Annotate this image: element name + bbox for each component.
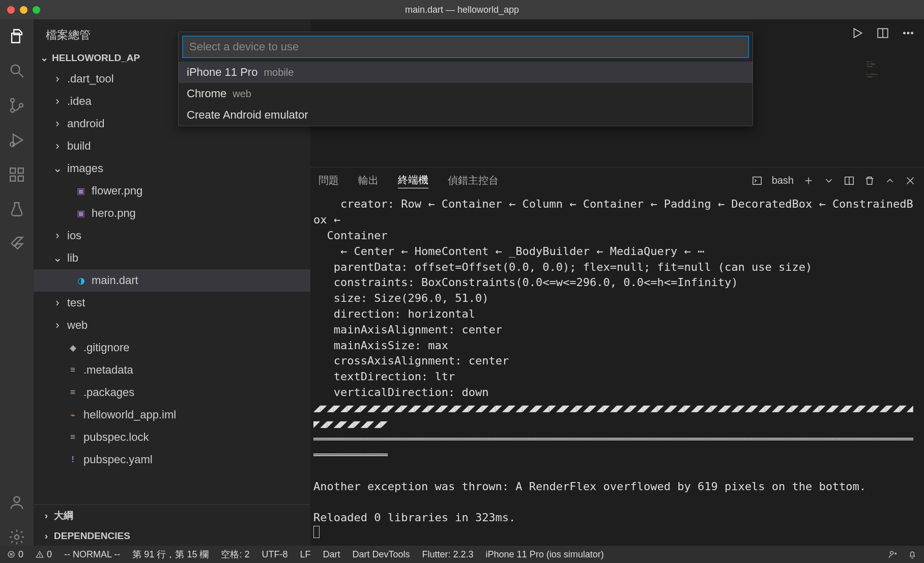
terminal-output[interactable]: creator: Row ← Container ← Column ← Cont…	[310, 193, 924, 546]
svg-point-11	[14, 497, 19, 502]
chevron-right-icon: ›	[53, 319, 62, 332]
file-row[interactable]: ⌁helloworld_app.iml	[34, 404, 310, 426]
device-option-hint: web	[233, 88, 251, 100]
dependencies-section[interactable]: › DEPENDENCIES	[34, 526, 310, 546]
file-icon: ▣	[75, 208, 86, 219]
window-controls	[7, 6, 40, 14]
folder-row[interactable]: ›build	[34, 135, 310, 157]
chevron-right-icon: ›	[53, 117, 62, 130]
window-title: main.dart — helloworld_app	[405, 5, 519, 15]
settings-gear-icon[interactable]	[8, 528, 25, 546]
chevron-up-icon[interactable]	[884, 175, 896, 186]
tree-item-label: .idea	[67, 95, 92, 108]
explorer-icon[interactable]	[8, 27, 25, 45]
file-row[interactable]: ▣flower.png	[34, 180, 310, 202]
svg-line-1	[19, 73, 23, 77]
tree-item-label: android	[67, 117, 104, 130]
svg-rect-9	[18, 176, 23, 181]
tree-item-label: web	[67, 319, 88, 332]
status-errors[interactable]: 0	[7, 549, 23, 560]
tab-output[interactable]: 輸出	[358, 174, 379, 187]
device-option[interactable]: Chromeweb	[179, 83, 753, 104]
file-row[interactable]: ≡.packages	[34, 381, 310, 404]
status-eol[interactable]: LF	[300, 549, 310, 560]
file-icon: ⌁	[67, 409, 78, 420]
run-debug-icon[interactable]	[8, 131, 25, 149]
status-cursor-position[interactable]: 第 91 行，第 15 欄	[132, 548, 209, 560]
file-icon: ▣	[75, 185, 86, 196]
flutter-icon[interactable]	[8, 235, 25, 252]
close-icon[interactable]	[905, 175, 916, 186]
trash-icon[interactable]	[864, 175, 875, 186]
file-icon: ≡	[67, 432, 78, 443]
status-warnings[interactable]: 0	[36, 549, 52, 560]
file-row[interactable]: !pubspec.yaml	[34, 448, 310, 471]
file-row[interactable]: ◆.gitignore	[34, 336, 310, 359]
chevron-right-icon: ›	[53, 139, 62, 153]
search-icon[interactable]	[8, 62, 25, 79]
terminal-shell-icon[interactable]	[752, 175, 763, 186]
tab-problems[interactable]: 問題	[319, 174, 339, 187]
account-icon[interactable]	[8, 494, 25, 511]
file-icon: !	[67, 454, 78, 465]
minimize-window-button[interactable]	[20, 6, 27, 14]
shell-name[interactable]: bash	[772, 175, 794, 186]
folder-row[interactable]: ›ios	[34, 224, 310, 247]
file-row[interactable]: ▣hero.png	[34, 202, 310, 224]
folder-row[interactable]: ⌄images	[34, 157, 310, 180]
device-picker-list: iPhone 11 PromobileChromewebCreate Andro…	[179, 62, 753, 126]
close-window-button[interactable]	[7, 6, 15, 14]
svg-rect-7	[10, 168, 15, 173]
svg-point-17	[907, 32, 909, 34]
new-terminal-icon[interactable]	[803, 175, 814, 186]
minimap[interactable]: import '...'; class App { build() { ... …	[866, 60, 922, 136]
terminal-text: creator: Row ← Container ← Column ← Cont…	[313, 198, 913, 524]
folder-row[interactable]: ›test	[34, 292, 310, 314]
feedback-icon[interactable]	[888, 550, 898, 559]
bottom-panel: 問題 輸出 終端機 偵錯主控台 bash creator: Row ← Cont…	[310, 167, 924, 546]
file-row[interactable]: ≡pubspec.lock	[34, 426, 310, 448]
tree-item-label: .dart_tool	[67, 72, 114, 86]
status-vim-mode[interactable]: -- NORMAL --	[64, 549, 120, 560]
device-option[interactable]: Create Android emulator	[179, 104, 753, 126]
testing-icon[interactable]	[8, 201, 25, 218]
file-row[interactable]: ◑main.dart	[34, 269, 310, 292]
file-icon: ≡	[67, 387, 78, 398]
status-device[interactable]: iPhone 11 Pro (ios simulator)	[486, 549, 604, 560]
maximize-window-button[interactable]	[33, 6, 40, 14]
bell-icon[interactable]	[908, 550, 917, 559]
status-language[interactable]: Dart	[323, 549, 340, 560]
chevron-right-icon: ›	[53, 296, 62, 309]
status-devtools[interactable]: Dart DevTools	[352, 549, 410, 560]
status-encoding[interactable]: UTF-8	[262, 549, 287, 560]
tree-item-label: ios	[67, 229, 81, 242]
folder-row[interactable]: ⌄lib	[34, 247, 310, 269]
tab-debug-console[interactable]: 偵錯主控台	[448, 174, 499, 187]
tab-terminal[interactable]: 終端機	[398, 173, 428, 188]
tree-item-label: main.dart	[92, 274, 138, 287]
chevron-right-icon: ›	[42, 510, 51, 521]
chevron-down-icon[interactable]	[823, 175, 834, 186]
chevron-right-icon: ›	[53, 72, 62, 86]
svg-point-18	[911, 32, 913, 34]
file-row[interactable]: ≡.metadata	[34, 359, 310, 381]
svg-point-0	[11, 65, 20, 74]
device-picker-input[interactable]	[183, 36, 748, 58]
folder-row[interactable]: ›web	[34, 314, 310, 336]
file-icon: ◆	[67, 342, 78, 353]
extensions-icon[interactable]	[8, 166, 25, 183]
outline-section[interactable]: › 大綱	[34, 505, 310, 526]
device-option[interactable]: iPhone 11 Promobile	[179, 62, 753, 83]
tree-item-label: pubspec.yaml	[83, 453, 153, 466]
chevron-down-icon: ⌄	[53, 162, 62, 175]
status-flutter[interactable]: Flutter: 2.2.3	[422, 549, 474, 560]
status-bar: 0 0 -- NORMAL -- 第 91 行，第 15 欄 空格: 2 UTF…	[0, 546, 924, 563]
status-indentation[interactable]: 空格: 2	[221, 548, 249, 560]
split-editor-icon[interactable]	[876, 26, 889, 40]
svg-rect-10	[18, 168, 23, 173]
run-icon[interactable]	[851, 26, 864, 40]
source-control-icon[interactable]	[8, 97, 25, 114]
split-terminal-icon[interactable]	[844, 175, 855, 186]
more-icon[interactable]	[902, 26, 915, 40]
svg-point-16	[904, 32, 905, 34]
